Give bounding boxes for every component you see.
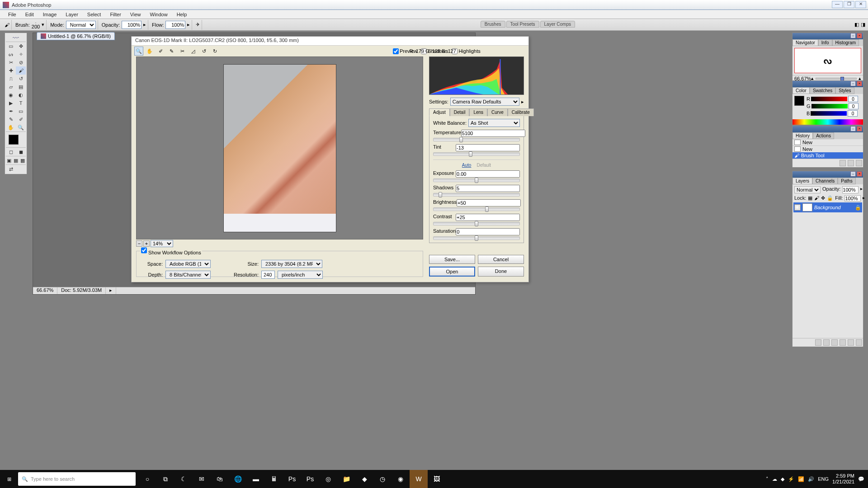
color-b-input[interactable] bbox=[848, 110, 858, 117]
tray-vol-icon[interactable]: 🔊 bbox=[808, 476, 814, 482]
menu-help[interactable]: Help bbox=[172, 11, 192, 18]
restore-button[interactable]: ❐ bbox=[844, 1, 854, 8]
taskbar-search[interactable]: 🔍Type here to search bbox=[18, 472, 136, 486]
cr-open-button[interactable]: Open bbox=[429, 267, 475, 277]
menu-file[interactable]: File bbox=[4, 11, 21, 18]
history-item[interactable]: 🖌Brush Tool bbox=[793, 152, 863, 159]
stamp-tool[interactable]: ⎍ bbox=[6, 75, 16, 83]
cr-temp-slider[interactable] bbox=[433, 138, 520, 141]
layers-tab-layers[interactable]: Layers bbox=[793, 178, 812, 184]
layers-tab-paths[interactable]: Paths bbox=[838, 178, 856, 184]
eyedropper-tool[interactable]: ✐ bbox=[16, 115, 26, 123]
cr-contrast-slider[interactable] bbox=[433, 222, 520, 225]
pen-tool[interactable]: ✒ bbox=[6, 107, 16, 115]
layers-mode-select[interactable]: Normal bbox=[794, 186, 821, 193]
tab-tool-presets[interactable]: Tool Presets bbox=[506, 21, 539, 28]
path-tool[interactable]: ▶ bbox=[6, 99, 16, 107]
layer-set-icon[interactable] bbox=[831, 339, 838, 346]
color-ramp[interactable] bbox=[793, 119, 863, 125]
panel-close-icon[interactable]: × bbox=[857, 126, 862, 131]
ps-icon[interactable]: Ps bbox=[283, 470, 301, 488]
cr-tab-adjust[interactable]: Adjust bbox=[429, 108, 450, 116]
layer-trash-icon[interactable] bbox=[856, 339, 862, 346]
cr-shadows-slider[interactable] bbox=[433, 193, 520, 197]
tray-notif-icon[interactable]: 💬 bbox=[858, 476, 864, 482]
doc-arrow-icon[interactable]: ▸ bbox=[106, 287, 116, 294]
image-icon[interactable]: 🖼 bbox=[428, 470, 446, 488]
lock-brush-icon[interactable]: 🖌 bbox=[814, 195, 819, 202]
cr-tint-input[interactable] bbox=[456, 144, 520, 151]
store-icon[interactable]: 🛍 bbox=[211, 470, 229, 488]
color-r-input[interactable] bbox=[848, 96, 858, 102]
color-fgbg[interactable] bbox=[794, 96, 804, 106]
cr-zoom-tool[interactable]: 🔍 bbox=[134, 47, 143, 56]
cr-crop-tool[interactable]: ✂ bbox=[178, 47, 187, 56]
layers-fill-input[interactable] bbox=[844, 195, 861, 202]
cr-contrast-input[interactable] bbox=[456, 214, 520, 221]
layer-fx-icon[interactable] bbox=[815, 339, 821, 346]
cr-settings-menu-icon[interactable]: ▸ bbox=[521, 99, 524, 105]
layer-name[interactable]: Background bbox=[814, 205, 841, 210]
hist-new-doc-icon[interactable] bbox=[840, 160, 846, 166]
menu-view[interactable]: View bbox=[126, 11, 146, 18]
cr-depth-select[interactable]: 8 Bits/Channel bbox=[165, 271, 211, 279]
close-button[interactable]: ✕ bbox=[855, 1, 866, 8]
color-r-slider[interactable] bbox=[811, 97, 847, 101]
cr-wb-select[interactable]: As Shot bbox=[468, 119, 520, 127]
tray-net-icon[interactable]: ⚡ bbox=[788, 476, 794, 482]
cr-straighten-tool[interactable]: ◿ bbox=[189, 47, 198, 56]
cr-cancel-button[interactable]: Cancel bbox=[478, 255, 524, 264]
gradient-tool[interactable]: ▤ bbox=[16, 83, 26, 91]
mode-select[interactable]: Normal bbox=[66, 21, 96, 29]
cr-tab-lens[interactable]: Lens bbox=[469, 108, 487, 116]
menu-layer[interactable]: Layer bbox=[61, 11, 83, 18]
marquee-tool[interactable]: ▭ bbox=[6, 42, 16, 50]
color-tab-swatches[interactable]: Swatches bbox=[810, 87, 835, 94]
menu-filter[interactable]: Filter bbox=[105, 11, 125, 18]
panel-min-icon[interactable]: – bbox=[850, 171, 856, 177]
history-item[interactable]: New bbox=[793, 145, 863, 152]
cr-default-link[interactable]: Default bbox=[476, 163, 491, 168]
nav-tab-histogram[interactable]: Histogram bbox=[832, 39, 859, 46]
cr-done-button[interactable]: Done bbox=[478, 267, 524, 277]
notes-tool[interactable]: ✎ bbox=[6, 115, 16, 123]
tray-lang-icon[interactable]: ENG bbox=[818, 476, 829, 482]
doc-zoom[interactable]: 66.67% bbox=[33, 287, 57, 294]
layers-opacity-input[interactable] bbox=[842, 186, 859, 193]
screen-menu-icon[interactable]: ▩ bbox=[19, 156, 26, 164]
imageready-icon[interactable]: ⇄ bbox=[6, 165, 16, 173]
nav-tab-info[interactable]: Info bbox=[818, 39, 832, 46]
cr-rotate-cw-icon[interactable]: ↻ bbox=[210, 47, 219, 56]
nav-zoom-slider[interactable] bbox=[816, 78, 857, 80]
cortana-icon[interactable]: ○ bbox=[138, 470, 156, 488]
cr-rotate-ccw-icon[interactable]: ↺ bbox=[199, 47, 208, 56]
shape-tool[interactable]: ▭ bbox=[16, 107, 26, 115]
cr-tab-curve[interactable]: Curve bbox=[487, 108, 508, 116]
cr-tint-slider[interactable] bbox=[433, 152, 520, 156]
mask-standard-icon[interactable]: ◻ bbox=[6, 148, 16, 156]
layer-mask-icon[interactable] bbox=[823, 339, 830, 346]
airbrush-icon[interactable]: ✈ bbox=[196, 22, 200, 28]
tray-up-icon[interactable]: ˄ bbox=[766, 476, 769, 482]
crop-tool[interactable]: ✂ bbox=[6, 58, 16, 66]
cr-wb-tool[interactable]: ✐ bbox=[156, 47, 165, 56]
panel-min-icon[interactable]: – bbox=[850, 33, 856, 38]
start-button[interactable]: ⊞ bbox=[0, 470, 18, 488]
weather-icon[interactable]: ☾ bbox=[175, 470, 193, 488]
opacity-input[interactable] bbox=[122, 21, 142, 29]
panel-min-icon[interactable]: – bbox=[850, 81, 856, 86]
nav-tab-navigator[interactable]: Navigator bbox=[793, 39, 818, 46]
tray-onedrive-icon[interactable]: ☁ bbox=[772, 476, 777, 482]
cr-temp-input[interactable] bbox=[461, 130, 525, 137]
cr-preview-checkbox[interactable] bbox=[393, 48, 399, 54]
menu-edit[interactable]: Edit bbox=[21, 11, 38, 18]
cr-zoom-out[interactable]: − bbox=[136, 240, 142, 247]
cr-brightness-slider[interactable] bbox=[433, 207, 520, 211]
hand-tool[interactable]: ✋ bbox=[6, 123, 16, 131]
cr-size-select[interactable]: 2336 by 3504 (8.2 MP) bbox=[261, 260, 322, 268]
cr-zoom-in[interactable]: + bbox=[143, 240, 150, 247]
tab-layer-comps[interactable]: Layer Comps bbox=[540, 21, 575, 28]
taskview-icon[interactable]: ⧉ bbox=[156, 470, 175, 488]
cr-tab-calibrate[interactable]: Calibrate bbox=[508, 108, 534, 116]
wand-tool[interactable]: ✧ bbox=[16, 50, 26, 58]
